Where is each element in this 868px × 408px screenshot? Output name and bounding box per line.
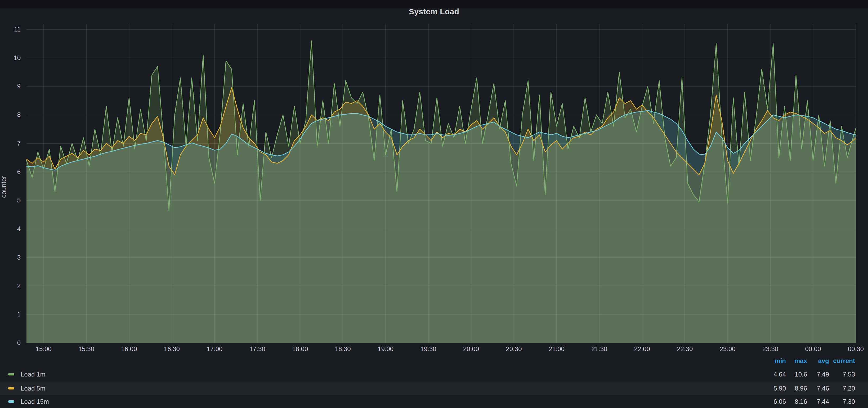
legend-series-label[interactable]: Load 1m bbox=[21, 368, 45, 381]
series-color-swatch[interactable] bbox=[8, 400, 14, 403]
x-tick-label: 18:30 bbox=[324, 345, 362, 353]
x-tick-label: 19:00 bbox=[367, 345, 404, 353]
legend-column-current[interactable]: current bbox=[815, 355, 855, 367]
y-tick-label: 9 bbox=[0, 82, 21, 90]
x-tick-label: 20:30 bbox=[495, 345, 532, 353]
x-tick-label: 23:30 bbox=[752, 345, 789, 353]
x-tick-label: 16:00 bbox=[111, 345, 148, 353]
x-tick-label: 15:30 bbox=[68, 345, 105, 353]
series-color-swatch[interactable] bbox=[8, 373, 14, 375]
legend-value-current: 7.20 bbox=[815, 381, 855, 395]
x-tick-label: 17:00 bbox=[196, 345, 233, 353]
x-tick-label: 20:00 bbox=[453, 345, 490, 353]
x-tick-label: 18:00 bbox=[281, 345, 318, 353]
x-tick-label: 22:00 bbox=[624, 345, 661, 353]
y-tick-label: 6 bbox=[0, 168, 21, 176]
y-tick-label: 0 bbox=[0, 339, 21, 347]
x-tick-label: 22:30 bbox=[666, 345, 703, 353]
legend-series-label[interactable]: Load 5m bbox=[21, 381, 45, 395]
legend-value-current: 7.53 bbox=[815, 368, 855, 381]
legend-row-load-5m[interactable]: Load 5m5.908.967.467.20 bbox=[0, 381, 868, 395]
y-tick-label: 7 bbox=[0, 139, 21, 147]
legend-header-row: minmaxavgcurrent bbox=[0, 355, 868, 367]
y-tick-label: 3 bbox=[0, 253, 21, 262]
legend-series-label[interactable]: Load 15m bbox=[21, 395, 49, 408]
legend-row-load-1m[interactable]: Load 1m4.6410.67.497.53 bbox=[0, 368, 868, 381]
x-tick-label: 23:00 bbox=[709, 345, 746, 353]
y-tick-label: 5 bbox=[0, 196, 21, 204]
x-tick-label: 00:00 bbox=[795, 345, 832, 353]
x-tick-label: 00:30 bbox=[837, 345, 868, 353]
y-tick-label: 10 bbox=[0, 54, 21, 62]
x-tick-label: 16:30 bbox=[153, 345, 190, 353]
x-tick-label: 15:00 bbox=[25, 345, 62, 353]
y-tick-label: 1 bbox=[0, 310, 21, 318]
legend-row-load-15m[interactable]: Load 15m6.068.167.447.30 bbox=[0, 395, 868, 408]
y-tick-label: 11 bbox=[0, 25, 21, 33]
y-tick-label: 8 bbox=[0, 111, 21, 119]
x-tick-label: 17:30 bbox=[239, 345, 276, 353]
x-tick-label: 21:00 bbox=[538, 345, 575, 353]
legend-value-current: 7.30 bbox=[815, 395, 855, 408]
series-color-swatch[interactable] bbox=[8, 387, 14, 389]
y-tick-label: 4 bbox=[0, 225, 21, 233]
y-tick-label: 2 bbox=[0, 282, 21, 290]
x-tick-label: 21:30 bbox=[581, 345, 618, 353]
legend: minmaxavgcurrent Load 1m4.6410.67.497.53… bbox=[0, 354, 868, 408]
x-tick-label: 19:30 bbox=[410, 345, 447, 353]
